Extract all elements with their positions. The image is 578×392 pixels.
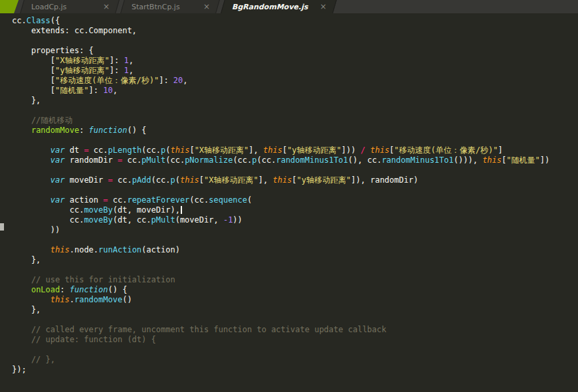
code-token: "y轴移动距离" (297, 175, 351, 185)
code-token: // update: function (dt) { (12, 335, 156, 344)
code-token: = (103, 195, 108, 205)
code-line: }, (12, 305, 578, 315)
code-token: ]: (88, 86, 103, 95)
code-token: randomMove (74, 295, 122, 304)
code-token: dt (64, 146, 84, 155)
code-token: var (50, 195, 65, 205)
code-token: .node. (70, 245, 98, 254)
code-token: ]: (110, 56, 124, 65)
code-token: runAction (98, 245, 142, 254)
code-token: )) (233, 215, 242, 225)
code-token: ]), randomDir) (351, 175, 418, 185)
code-token: randomMove (31, 126, 79, 135)
code-line: onLoad: function() { (12, 285, 578, 295)
code-token: }, (12, 255, 41, 264)
code-line: // }, (12, 355, 578, 365)
code-line: }, (12, 96, 578, 106)
code-token: randomDir (64, 155, 117, 165)
code-token: ], (258, 175, 273, 185)
code-token: (action) (142, 245, 180, 254)
text-caret (181, 206, 182, 214)
code-token: function (70, 285, 108, 294)
code-token: ())), (454, 155, 482, 165)
code-token: (moveDir, (175, 215, 223, 225)
code-token (12, 245, 50, 254)
code-token: "移动速度(单位：像素/秒)" (55, 76, 159, 85)
code-token: randomMinus1To1 (381, 155, 453, 165)
code-line (12, 235, 578, 245)
code-token: cc. (12, 16, 27, 25)
code-token: () { (127, 126, 146, 135)
code-token: (cc. (189, 195, 209, 205)
code-token: var (50, 155, 65, 165)
code-token: "X轴移动距离" (195, 146, 249, 155)
code-token: sequence (209, 195, 247, 205)
code-token: pAdd (132, 175, 151, 185)
code-line: cc.Class({ (12, 16, 578, 26)
code-token: (), cc. (348, 155, 382, 165)
code-line: ["移动速度(单位：像素/秒)"]: 20, (12, 76, 578, 86)
code-line: ["X轴移动距离"]: 1, (12, 56, 578, 66)
code-token: [ (292, 175, 296, 185)
code-token: , (113, 86, 118, 95)
tab-startbtncp[interactable]: StartBtnCp.js × (121, 0, 219, 13)
tab-loadcp[interactable]: LoadCp.js × (21, 0, 119, 13)
code-token: / (361, 146, 365, 155)
code-token: (cc. (257, 155, 276, 165)
code-token: p (252, 155, 256, 165)
code-line: var moveDir = cc.pAdd(cc.p(this["X轴移动距离"… (12, 175, 578, 185)
code-token: , (129, 56, 134, 65)
code-token: , (129, 66, 134, 75)
close-icon[interactable]: × (203, 3, 210, 11)
code-token: "移动速度(单位：像素/秒)" (394, 146, 498, 155)
code-area[interactable]: cc.Class({ extends: cc.Component, proper… (0, 13, 578, 375)
code-line: extends: cc.Component, (12, 26, 578, 36)
code-token: -1 (223, 215, 233, 225)
code-token: extends: cc.Component, (12, 26, 137, 35)
code-token: }, (12, 305, 41, 314)
code-token: (dt, cc. (113, 215, 151, 225)
code-line (12, 315, 578, 325)
green-accent-strip (0, 0, 19, 13)
tab-label: LoadCp.js (31, 3, 66, 11)
code-line: cc.moveBy(dt, moveDir), (12, 205, 578, 215)
code-token: ], (248, 146, 263, 155)
close-icon[interactable]: × (320, 3, 327, 11)
code-token (12, 175, 50, 185)
code-token: }, (12, 96, 41, 105)
code-token (12, 146, 50, 155)
code-line: var randomDir = cc.pMult(cc.pNormalize(c… (12, 155, 578, 165)
code-token: () (122, 295, 132, 304)
code-token: [ (199, 175, 204, 185)
code-token: this (50, 295, 70, 304)
code-line: this.node.runAction(action) (12, 245, 578, 255)
code-token: () { (108, 285, 128, 294)
code-token: ])) (341, 146, 361, 155)
code-token: onLoad (31, 285, 60, 294)
code-token: ]: (110, 66, 124, 75)
code-token (12, 285, 31, 294)
code-token: cc. (113, 175, 132, 185)
code-line: // called every frame, uncomment this fu… (12, 325, 578, 335)
code-token: "X轴移动距离" (55, 56, 110, 65)
code-line: //随机移动 (12, 116, 578, 126)
close-icon[interactable]: × (103, 3, 110, 11)
code-token: [ (12, 86, 55, 95)
code-token: "X轴移动距离" (204, 175, 258, 185)
code-token: 10 (103, 86, 112, 95)
code-token: Class (27, 16, 50, 25)
tab-bgrandommove[interactable]: BgRandomMove.js × (221, 0, 336, 13)
code-token: , (183, 76, 187, 85)
code-token: }); (12, 365, 27, 374)
code-token: pLength (108, 146, 142, 155)
code-line: }); (12, 365, 578, 375)
code-line (12, 136, 578, 146)
tab-bar: LoadCp.js × StartBtnCp.js × BgRandomMove… (0, 0, 578, 13)
code-line: // use this for initialization (12, 275, 578, 285)
code-token: repeatForever (127, 195, 189, 205)
code-token: var (50, 175, 65, 185)
code-token: pMult (142, 155, 165, 165)
code-token: this (263, 146, 282, 155)
code-line: ["y轴移动距离"]: 1, (12, 66, 578, 76)
code-line: ["随机量"]: 10, (12, 86, 578, 96)
